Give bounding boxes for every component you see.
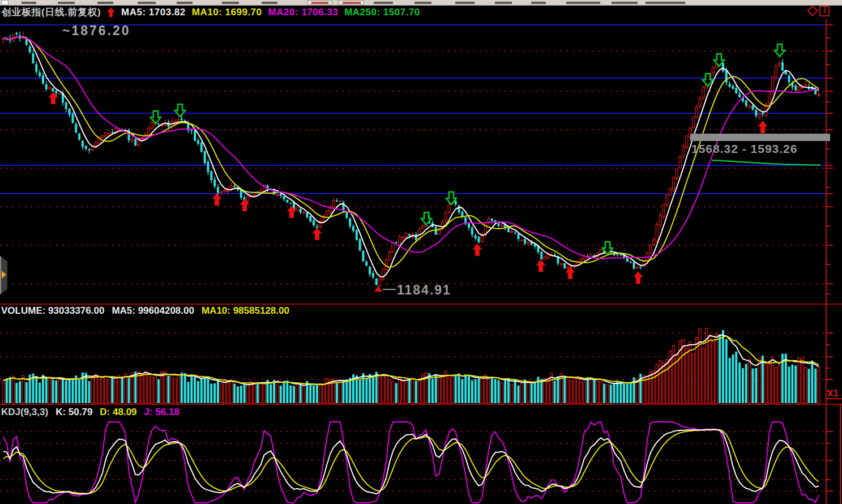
trough-price-annotation: 1184.91 bbox=[397, 283, 451, 298]
volume-label-row: VOLUME: 93033376.00 MA5: 99604208.00 MA1… bbox=[1, 305, 289, 317]
volume-scale-label: X1 bbox=[827, 388, 839, 399]
sell-arrow-icon bbox=[421, 212, 431, 225]
trough-triangle-icon bbox=[374, 286, 382, 292]
candles-layer bbox=[2, 31, 820, 287]
axis-layer bbox=[0, 19, 842, 504]
price-range-label: 1568.32 - 1593.26 bbox=[691, 142, 797, 156]
chart-title-row: 创业板指(日线.前复权) MA5: 1703.82 MA10: 1699.70 … bbox=[2, 6, 420, 19]
expand-arrow-icon bbox=[2, 271, 6, 279]
kdj-params: KDJ(9,3,3) bbox=[1, 407, 48, 418]
chart-canvas bbox=[0, 0, 842, 504]
kdj-label-row: KDJ(9,3,3) K: 50.79 D: 48.09 J: 56.18 bbox=[1, 407, 179, 418]
trading-app-window: 创业板指(日线.前复权) MA5: 1703.82 MA10: 1699.70 … bbox=[0, 0, 842, 504]
peak-price-annotation: ~1876.20 bbox=[62, 23, 131, 39]
ma250-line bbox=[712, 160, 820, 165]
trough-marker-layer bbox=[374, 286, 396, 292]
kdj-j-value: J: 56.18 bbox=[144, 407, 179, 418]
buy-arrow-icon bbox=[313, 228, 322, 240]
up-arrow-icon bbox=[107, 7, 115, 17]
ma20-indicator: MA20: 1706.33 bbox=[268, 7, 338, 18]
symbol-title: 创业板指(日线.前复权) bbox=[2, 6, 101, 19]
ma250-indicator: MA250: 1507.70 bbox=[344, 7, 420, 18]
split-window-icon[interactable] bbox=[819, 6, 830, 16]
buy-arrow-icon bbox=[212, 193, 222, 206]
sell-arrow-icon bbox=[175, 104, 185, 117]
buy-arrow-icon bbox=[634, 271, 643, 284]
signal-arrows-layer bbox=[49, 44, 785, 284]
price-ma-layer bbox=[3, 37, 820, 277]
kdj-k-value: K: 50.79 bbox=[55, 407, 92, 418]
volume-value: VOLUME: 93033376.00 bbox=[1, 305, 104, 317]
volume-ma10-value: MA10: 98585128.00 bbox=[202, 305, 289, 317]
kdj-d-value: D: 48.09 bbox=[100, 407, 136, 418]
price-range-band bbox=[690, 134, 830, 141]
buy-arrow-icon bbox=[536, 259, 546, 272]
volume-bars-layer bbox=[2, 328, 820, 403]
buy-arrow-icon bbox=[758, 121, 768, 133]
sidebar-expand-handle[interactable] bbox=[0, 256, 7, 294]
ma10-indicator: MA10: 1699.70 bbox=[192, 7, 262, 18]
sell-arrow-icon bbox=[775, 44, 785, 57]
ma5-indicator: MA5: 1703.82 bbox=[121, 7, 186, 18]
gridlines-layer bbox=[0, 25, 826, 491]
volume-ma5-value: MA5: 99604208.00 bbox=[112, 305, 194, 317]
